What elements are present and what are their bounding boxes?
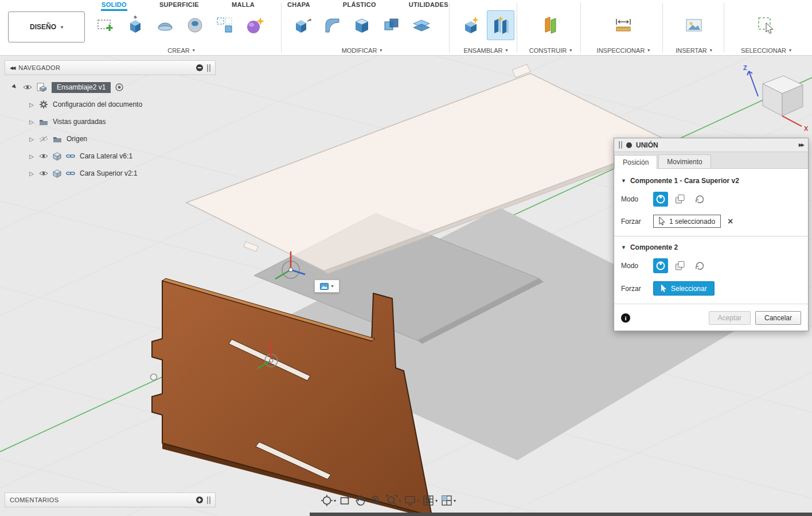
snap-label: Forzar [621,285,653,293]
joint-button[interactable] [487,10,514,40]
component-cube-icon [53,152,61,161]
viewports-button[interactable]: ▾ [440,493,456,508]
panel-drag-grip[interactable] [207,64,210,72]
select-group-label[interactable]: SELECCIONAR ▾ [732,46,801,55]
tree-row-root[interactable]: ▶ Ensamblaje2 v1 [5,79,216,96]
mode-between-faces-button[interactable] [673,258,688,273]
component2-snap-row: Forzar Seleccionar [621,281,801,296]
tab-movimiento[interactable]: Movimiento [658,154,710,168]
extrude-button[interactable] [122,10,149,40]
orbit-button[interactable]: ▾ [320,493,337,508]
create-group-label[interactable]: CREAR ▾ [92,46,271,55]
hole-button[interactable] [181,10,209,40]
create-sketch-button[interactable] [92,10,119,40]
insert-image-button[interactable] [680,10,708,40]
fit-button[interactable]: ▾ [385,493,401,508]
offset-face-button[interactable] [408,10,435,40]
toolbar-separator [517,3,517,53]
modify-group-label[interactable]: MODIFICAR ▾ [288,46,435,55]
create-group [92,10,268,40]
eye-icon[interactable] [39,170,48,177]
eye-icon[interactable] [39,153,48,160]
view-navigation-toolbar: ▾ ▾ ▾ ▾ ▾ [320,492,456,509]
add-comment-icon[interactable] [196,496,203,503]
component1-selection-box[interactable]: 1 seleccionado [653,215,721,228]
joint-icon [491,15,510,35]
component2-select-button[interactable]: Seleccionar [653,281,715,296]
expand-arrow-icon[interactable]: ▷ [29,102,34,108]
tree-row-cara-superior[interactable]: ▷ Cara Superior v2:1 [5,165,216,182]
joint-dialog-header[interactable]: UNIÓN ▶▶ [614,138,808,152]
look-at-button[interactable] [338,493,352,508]
form-button[interactable] [241,10,268,40]
info-icon[interactable]: i [621,313,630,323]
eye-icon[interactable] [23,84,32,91]
eye-off-icon[interactable] [39,135,48,142]
fillet-button[interactable] [318,10,346,40]
construct-group-label[interactable]: CONSTRUIR ▾ [519,46,582,55]
revolve-button[interactable] [151,10,179,40]
tab-superficie[interactable]: SUPERFICIE [159,0,200,11]
tree-row-origin[interactable]: ▷ Origen [5,130,216,148]
cancel-button[interactable]: Cancelar [755,311,801,325]
tab-chapa[interactable]: CHAPA [287,0,311,11]
grid-settings-button[interactable]: ▾ [421,493,438,508]
accept-button[interactable]: Aceptar [709,311,751,325]
root-component-label[interactable]: Ensamblaje2 v1 [52,82,111,93]
dialog-drag-grip[interactable] [619,141,622,149]
insert-group-label[interactable]: INSERTAR ▾ [665,46,723,55]
tab-solido[interactable]: SOLIDO [101,0,127,11]
expand-arrow-icon[interactable]: ▷ [29,119,34,125]
dialog-footer: i Aceptar Cancelar [621,311,801,325]
expand-arrow-icon[interactable]: ▷ [29,170,34,177]
link-icon [66,153,75,159]
display-settings-button[interactable]: ▾ [403,493,420,508]
dialog-dot-icon [626,142,632,148]
tree-row-named-views[interactable]: ▷ Vistas guardadas [5,113,216,130]
dropdown-arrow-icon: ▾ [435,498,438,503]
gizmo-options-button[interactable]: ▾ [314,280,339,293]
tab-utilidades[interactable]: UTILIDADES [408,0,449,11]
mode-motion-button[interactable] [692,192,707,207]
tree-row-cara-lateral[interactable]: ▷ Cara Lateral v6:1 [5,148,216,165]
expand-arrow-icon[interactable]: ▷ [29,136,34,142]
design-menu-button[interactable]: DISEÑO ▾ [8,11,85,42]
component1-section-header[interactable]: ▼ Componente 1 - Cara Superior v2 [621,177,801,185]
panel-drag-grip[interactable] [207,496,210,504]
display-settings-icon [404,494,416,507]
align-preview-icon [320,283,329,290]
expand-arrow-icon[interactable]: ▷ [29,153,34,160]
tree-item-label: Origen [67,135,87,143]
panel-minimize-icon[interactable] [196,64,203,71]
tab-posicion[interactable]: Posición [614,155,657,169]
activate-component-radio[interactable] [115,83,123,91]
mode-between-faces-button[interactable] [673,192,688,207]
new-component-button[interactable] [457,10,485,40]
press-pull-button[interactable] [288,10,316,40]
tab-plastico[interactable]: PLÁSTICO [342,0,377,11]
inspect-group-label[interactable]: INSPECCIONAR ▾ [588,46,659,55]
combine-button[interactable] [378,10,405,40]
folder-icon [39,118,48,126]
expand-dialog-icon[interactable]: ▶▶ [799,142,803,148]
comments-header[interactable]: COMENTARIOS [5,492,216,507]
dropdown-arrow-icon: ▾ [454,498,456,503]
expand-arrow-icon[interactable]: ▶ [11,83,19,91]
mode-motion-button[interactable] [692,258,707,273]
assemble-group-label[interactable]: ENSAMBLAR ▾ [456,46,516,55]
shell-button[interactable] [348,10,376,40]
mode-simple-button[interactable] [653,258,668,273]
mode-simple-button[interactable] [653,192,668,207]
clear-selection-icon[interactable]: × [728,216,733,227]
measure-button[interactable] [610,10,637,40]
viewcube[interactable]: Z X [733,61,812,138]
component2-section-header[interactable]: ▼ Componente 2 [621,243,801,251]
collapse-panel-icon[interactable]: ◀◀ [10,65,14,71]
construct-plane-button[interactable] [537,10,564,40]
tree-row-document-settings[interactable]: ▷ Configuración del documento [5,96,216,113]
tab-malla[interactable]: MALLA [231,0,255,11]
pattern-button[interactable] [211,10,239,40]
pan-button[interactable] [354,493,368,508]
zoom-button[interactable] [369,493,383,508]
select-button[interactable] [752,10,780,40]
